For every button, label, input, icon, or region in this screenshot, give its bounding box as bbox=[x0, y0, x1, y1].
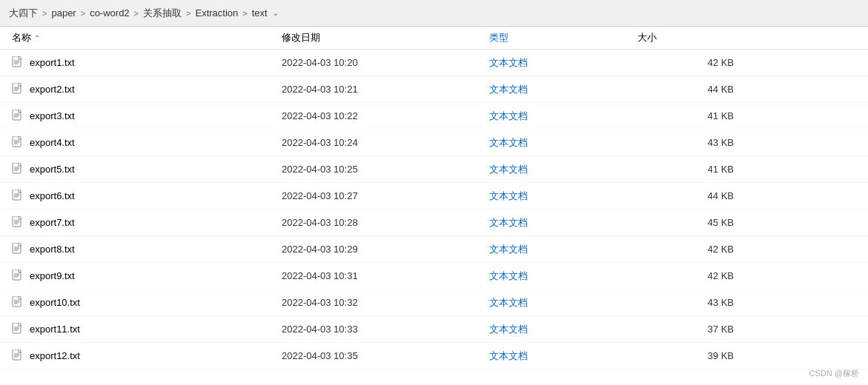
breadcrumb-dropdown-icon[interactable]: ⌄ bbox=[272, 8, 279, 18]
svg-rect-8 bbox=[13, 110, 21, 120]
file-name-cell: export12.txt bbox=[0, 349, 282, 363]
svg-rect-20 bbox=[13, 190, 21, 200]
table-row[interactable]: export3.txt 2022-04-03 10:22 文本文档 41 KB bbox=[0, 103, 868, 130]
sort-arrow-icon: ⌃ bbox=[34, 34, 40, 42]
svg-rect-24 bbox=[13, 216, 21, 227]
col-name-label: 名称 bbox=[12, 31, 31, 44]
file-name-cell: export6.txt bbox=[0, 190, 282, 203]
svg-rect-36 bbox=[13, 296, 21, 307]
file-name-cell: export2.txt bbox=[0, 83, 282, 96]
table-row[interactable]: export6.txt 2022-04-03 10:27 文本文档 44 KB bbox=[0, 183, 868, 210]
file-size-cell: 42 KB bbox=[637, 57, 749, 68]
svg-rect-32 bbox=[13, 270, 21, 280]
breadcrumb-item-3[interactable]: co-word2 bbox=[90, 7, 129, 19]
file-name-cell: export4.txt bbox=[0, 136, 282, 150]
file-type-cell: 文本文档 bbox=[489, 110, 637, 123]
breadcrumb-item-5[interactable]: Extraction bbox=[195, 7, 238, 19]
file-size-cell: 43 KB bbox=[637, 297, 749, 308]
file-name-label: export4.txt bbox=[30, 137, 75, 148]
breadcrumb: 大四下 > paper > co-word2 > 关系抽取 > Extracti… bbox=[0, 0, 868, 27]
file-date-cell: 2022-04-03 10:21 bbox=[282, 84, 489, 95]
file-type-icon bbox=[12, 243, 24, 256]
watermark: CSDN @稼桥 bbox=[809, 368, 859, 379]
breadcrumb-sep-5: > bbox=[242, 9, 247, 18]
file-name-cell: export10.txt bbox=[0, 296, 282, 309]
col-header-size[interactable]: 大小 bbox=[637, 31, 749, 44]
breadcrumb-item-1[interactable]: 大四下 bbox=[9, 7, 38, 20]
file-date-cell: 2022-04-03 10:27 bbox=[282, 190, 489, 201]
breadcrumb-sep-2: > bbox=[81, 9, 85, 18]
file-type-icon bbox=[12, 83, 24, 96]
svg-rect-0 bbox=[13, 56, 21, 67]
column-headers: 名称 ⌃ 修改日期 类型 大小 bbox=[0, 27, 868, 50]
table-row[interactable]: export9.txt 2022-04-03 10:31 文本文档 42 KB bbox=[0, 263, 868, 289]
svg-rect-44 bbox=[13, 349, 21, 360]
file-name-label: export9.txt bbox=[30, 270, 75, 281]
file-type-cell: 文本文档 bbox=[489, 296, 637, 309]
file-name-cell: export1.txt bbox=[0, 56, 282, 70]
file-size-cell: 39 KB bbox=[637, 350, 749, 361]
file-type-icon bbox=[12, 163, 24, 176]
file-type-cell: 文本文档 bbox=[489, 270, 637, 283]
breadcrumb-item-6[interactable]: text bbox=[252, 7, 268, 19]
file-size-cell: 42 KB bbox=[637, 244, 749, 255]
file-size-cell: 43 KB bbox=[637, 137, 749, 148]
table-row[interactable]: export10.txt 2022-04-03 10:32 文本文档 43 KB bbox=[0, 289, 868, 316]
svg-rect-12 bbox=[13, 136, 21, 147]
file-type-icon bbox=[12, 216, 24, 230]
file-type-cell: 文本文档 bbox=[489, 190, 637, 203]
file-size-cell: 44 KB bbox=[637, 84, 749, 95]
file-name-label: export1.txt bbox=[30, 57, 75, 68]
col-header-date[interactable]: 修改日期 bbox=[282, 31, 489, 44]
table-row[interactable]: export7.txt 2022-04-03 10:28 文本文档 45 KB bbox=[0, 210, 868, 236]
file-date-cell: 2022-04-03 10:22 bbox=[282, 110, 489, 121]
file-name-cell: export7.txt bbox=[0, 216, 282, 230]
file-type-icon bbox=[12, 349, 24, 363]
file-name-cell: export9.txt bbox=[0, 270, 282, 283]
file-type-cell: 文本文档 bbox=[489, 216, 637, 230]
file-name-label: export6.txt bbox=[30, 190, 75, 201]
breadcrumb-sep-1: > bbox=[42, 9, 47, 18]
file-list-area: 名称 ⌃ 修改日期 类型 大小 export1.txt 2022-04-03 1… bbox=[0, 27, 868, 369]
file-name-label: export8.txt bbox=[30, 244, 75, 255]
file-type-icon bbox=[12, 56, 24, 70]
explorer-area: 名称 ⌃ 修改日期 类型 大小 export1.txt 2022-04-03 1… bbox=[0, 27, 868, 385]
file-type-cell: 文本文档 bbox=[489, 323, 637, 336]
file-date-cell: 2022-04-03 10:28 bbox=[282, 217, 489, 228]
file-date-cell: 2022-04-03 10:25 bbox=[282, 164, 489, 175]
svg-rect-40 bbox=[13, 323, 21, 333]
file-date-cell: 2022-04-03 10:33 bbox=[282, 324, 489, 335]
file-name-label: export7.txt bbox=[30, 217, 75, 228]
file-name-label: export5.txt bbox=[30, 164, 75, 175]
table-row[interactable]: export12.txt 2022-04-03 10:35 文本文档 39 KB bbox=[0, 343, 868, 369]
file-size-cell: 37 KB bbox=[637, 324, 749, 335]
file-size-cell: 44 KB bbox=[637, 190, 749, 201]
file-size-cell: 45 KB bbox=[637, 217, 749, 228]
breadcrumb-item-2[interactable]: paper bbox=[51, 7, 76, 19]
file-type-cell: 文本文档 bbox=[489, 243, 637, 256]
file-name-label: export11.txt bbox=[30, 324, 80, 335]
table-row[interactable]: export2.txt 2022-04-03 10:21 文本文档 44 KB bbox=[0, 76, 868, 103]
breadcrumb-sep-3: > bbox=[134, 9, 139, 18]
file-type-cell: 文本文档 bbox=[489, 83, 637, 96]
breadcrumb-item-4[interactable]: 关系抽取 bbox=[143, 7, 182, 20]
file-size-cell: 42 KB bbox=[637, 270, 749, 281]
file-name-cell: export5.txt bbox=[0, 163, 282, 176]
file-type-icon bbox=[12, 296, 24, 309]
file-type-icon bbox=[12, 323, 24, 336]
table-row[interactable]: export4.txt 2022-04-03 10:24 文本文档 43 KB bbox=[0, 130, 868, 156]
table-row[interactable]: export1.txt 2022-04-03 10:20 文本文档 42 KB bbox=[0, 50, 868, 76]
table-row[interactable]: export5.txt 2022-04-03 10:25 文本文档 41 KB bbox=[0, 156, 868, 183]
file-size-cell: 41 KB bbox=[637, 164, 749, 175]
file-type-icon bbox=[12, 270, 24, 283]
file-name-cell: export8.txt bbox=[0, 243, 282, 256]
file-type-cell: 文本文档 bbox=[489, 56, 637, 70]
file-type-cell: 文本文档 bbox=[489, 136, 637, 150]
table-row[interactable]: export11.txt 2022-04-03 10:33 文本文档 37 KB bbox=[0, 316, 868, 343]
file-date-cell: 2022-04-03 10:29 bbox=[282, 244, 489, 255]
table-row[interactable]: export8.txt 2022-04-03 10:29 文本文档 42 KB bbox=[0, 236, 868, 263]
file-date-cell: 2022-04-03 10:35 bbox=[282, 350, 489, 361]
col-header-type[interactable]: 类型 bbox=[489, 31, 637, 44]
col-header-name[interactable]: 名称 ⌃ bbox=[0, 31, 282, 44]
file-name-cell: export11.txt bbox=[0, 323, 282, 336]
